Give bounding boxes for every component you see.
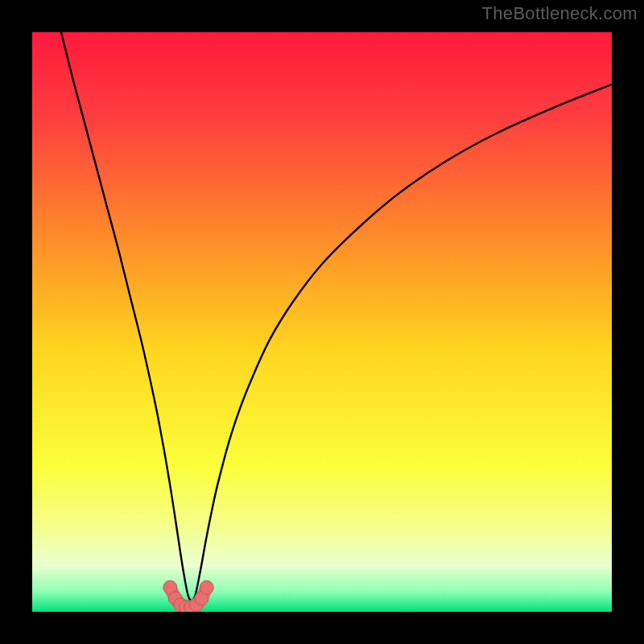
watermark-text: TheBottleneck.com [482,3,638,24]
bottleneck-curve-chart [32,32,612,612]
bottom-marker [200,580,213,594]
plot-area [32,32,612,612]
chart-frame: TheBottleneck.com [0,0,644,644]
